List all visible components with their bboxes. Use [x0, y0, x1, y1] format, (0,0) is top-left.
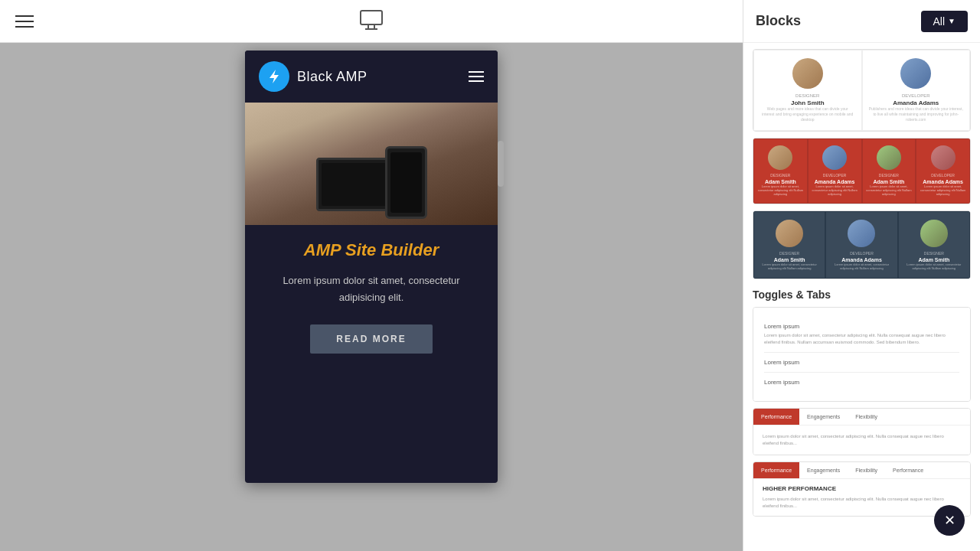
toggles-section-label: Toggles & Tabs: [753, 289, 971, 301]
tab-red-headline: HIGHER PERFORMANCE: [763, 485, 961, 492]
brand-icon: [259, 61, 289, 92]
team-red-1: DESIGNER Adam Smith Lorem ipsum dolor si…: [753, 139, 808, 204]
desc-1: Web pages and more ideas that can divide…: [760, 106, 855, 122]
dark-name-2: Amanda Adams: [831, 257, 892, 262]
red-avatar-2: [822, 145, 847, 170]
tab-red-performance[interactable]: Performance: [753, 462, 799, 478]
dark-avatar-1: [776, 220, 803, 247]
dark-avatar-3: [920, 220, 948, 247]
team-dark-3: DESIGNER Adam Smith Lorem ipsum dolor si…: [898, 211, 970, 279]
role-2: DEVELOPER: [869, 93, 964, 98]
close-button[interactable]: ✕: [934, 505, 965, 536]
team-2col-block[interactable]: DESIGNER John Smith Web pages and more i…: [753, 49, 971, 132]
toggle-item-2: Lorem ipsum: [764, 353, 959, 373]
tab-engagements[interactable]: Engagements: [799, 409, 848, 425]
toolbar: [0, 0, 743, 43]
red-desc-4: Lorem ipsum dolor sit amet, consectetur …: [920, 184, 966, 197]
dark-role-3: DESIGNER: [903, 251, 965, 256]
toggle-item-1: Lorem ipsum Lorem ipsum dolor sit amet, …: [764, 317, 959, 353]
team-4col-red-block[interactable]: DESIGNER Adam Smith Lorem ipsum dolor si…: [753, 138, 971, 204]
red-role-2: DEVELOPER: [812, 173, 858, 178]
all-filter-button[interactable]: All ▼: [921, 11, 968, 32]
tab-content: Lorem ipsum dolor sit amet, consectetur …: [753, 425, 970, 455]
red-name-1: Adam Smith: [757, 179, 804, 184]
tablet-device: [316, 158, 393, 211]
tab-flexibility[interactable]: Flexibility: [848, 409, 885, 425]
brand-name: Black AMP: [297, 69, 368, 85]
mobile-frame-container: Black AMP AMP: [245, 51, 498, 483]
toggle-label-3: Lorem ipsum: [764, 379, 959, 386]
mobile-headline: AMP Site Builder: [259, 240, 484, 260]
red-role-4: DEVELOPER: [920, 173, 966, 178]
red-avatar-4: [931, 145, 956, 170]
red-desc-1: Lorem ipsum dolor sit amet, consectetur …: [757, 184, 804, 197]
name-2: Amanda Adams: [869, 99, 964, 106]
red-role-1: DESIGNER: [757, 173, 804, 178]
dark-avatar-2: [848, 220, 875, 247]
desc-2: Publishers and more ideas that can divid…: [869, 106, 964, 122]
svg-rect-0: [361, 11, 382, 24]
team-3col-dark-block[interactable]: DESIGNER Adam Smith Lorem ipsum dolor si…: [753, 210, 971, 279]
monitor-icon[interactable]: [359, 8, 384, 35]
red-desc-3: Lorem ipsum dolor sit amet, consectetur …: [866, 184, 913, 197]
team-dark-1: DESIGNER Adam Smith Lorem ipsum dolor si…: [753, 211, 825, 279]
team-member-1: DESIGNER John Smith Web pages and more i…: [753, 50, 862, 131]
team-red-2: DEVELOPER Amanda Adams Lorem ipsum dolor…: [808, 139, 862, 204]
mobile-hamburger-icon[interactable]: [469, 71, 484, 82]
preview-wrapper: Black AMP AMP: [0, 43, 743, 551]
tab-row: Performance Engagements Flexibility: [753, 409, 970, 425]
dark-name-3: Adam Smith: [903, 257, 965, 262]
toolbar-left: [15, 15, 34, 28]
team-member-2: DEVELOPER Amanda Adams Publishers and mo…: [862, 50, 971, 131]
svg-marker-4: [270, 70, 279, 83]
avatar-2: [900, 58, 931, 89]
dropdown-arrow-icon: ▼: [948, 17, 956, 25]
right-panel: Blocks All ▼ DESIGNER John Smith Web pag…: [743, 0, 980, 551]
red-name-4: Amanda Adams: [920, 179, 966, 184]
toggle-tabs-red-block[interactable]: Performance Engagements Flexibility Perf…: [753, 461, 971, 517]
mobile-body-text: Lorem ipsum dolor sit amet, consectetur …: [259, 272, 484, 306]
red-name-2: Amanda Adams: [812, 179, 858, 184]
team-dark-2: DEVELOPER Amanda Adams Lorem ipsum dolor…: [825, 211, 897, 279]
dark-role-2: DEVELOPER: [831, 251, 892, 256]
toggle-content-1: Lorem ipsum dolor sit amet, consectetur …: [764, 332, 959, 346]
mobile-content: AMP Site Builder Lorem ipsum dolor sit a…: [245, 225, 498, 369]
tab-performance[interactable]: Performance: [753, 409, 799, 425]
dark-role-1: DESIGNER: [759, 251, 820, 256]
mobile-hero-image: [245, 103, 498, 225]
red-avatar-3: [877, 145, 901, 170]
team-red-3: DESIGNER Adam Smith Lorem ipsum dolor si…: [862, 139, 916, 204]
red-avatar-1: [768, 145, 792, 170]
panel-scroll-area[interactable]: DESIGNER John Smith Web pages and more i…: [743, 43, 980, 551]
close-icon: ✕: [944, 512, 956, 529]
tab-row-red: Performance Engagements Flexibility Perf…: [753, 462, 970, 479]
phone-device: [385, 146, 427, 219]
panel-header: Blocks All ▼: [743, 0, 980, 43]
dark-desc-1: Lorem ipsum dolor sit amet, consectetur …: [759, 262, 820, 270]
frame-scrollbar[interactable]: [498, 141, 504, 187]
name-1: John Smith: [760, 99, 855, 106]
tab-red-engagements[interactable]: Engagements: [799, 462, 848, 478]
hero-devices: [245, 103, 498, 225]
toggle-tabs-block[interactable]: Performance Engagements Flexibility Lore…: [753, 408, 971, 455]
dark-desc-2: Lorem ipsum dolor sit amet, consectetur …: [831, 262, 892, 270]
nav-brand: Black AMP: [259, 61, 368, 92]
avatar-1: [792, 58, 823, 89]
role-1: DESIGNER: [760, 93, 855, 98]
tab-red-performance2[interactable]: Performance: [885, 462, 931, 478]
toggle-item-3: Lorem ipsum: [764, 373, 959, 392]
tab-red-flexibility[interactable]: Flexibility: [848, 462, 885, 478]
mobile-frame: Black AMP AMP: [245, 51, 498, 483]
hamburger-menu-icon[interactable]: [15, 15, 34, 28]
red-role-3: DESIGNER: [866, 173, 913, 178]
toggle-label-1: Lorem ipsum: [764, 323, 959, 330]
tab-red-text: Lorem ipsum dolor sit amet, consectetur …: [763, 496, 961, 510]
toggle-label-2: Lorem ipsum: [764, 359, 959, 366]
panel-title: Blocks: [756, 13, 801, 29]
red-desc-2: Lorem ipsum dolor sit amet, consectetur …: [812, 184, 858, 197]
read-more-button[interactable]: READ MORE: [310, 324, 433, 354]
toggle-plain-block[interactable]: Lorem ipsum Lorem ipsum dolor sit amet, …: [753, 307, 971, 402]
mobile-nav: Black AMP: [245, 51, 498, 103]
team-red-4: DEVELOPER Amanda Adams Lorem ipsum dolor…: [916, 139, 970, 204]
dark-name-1: Adam Smith: [759, 257, 820, 262]
